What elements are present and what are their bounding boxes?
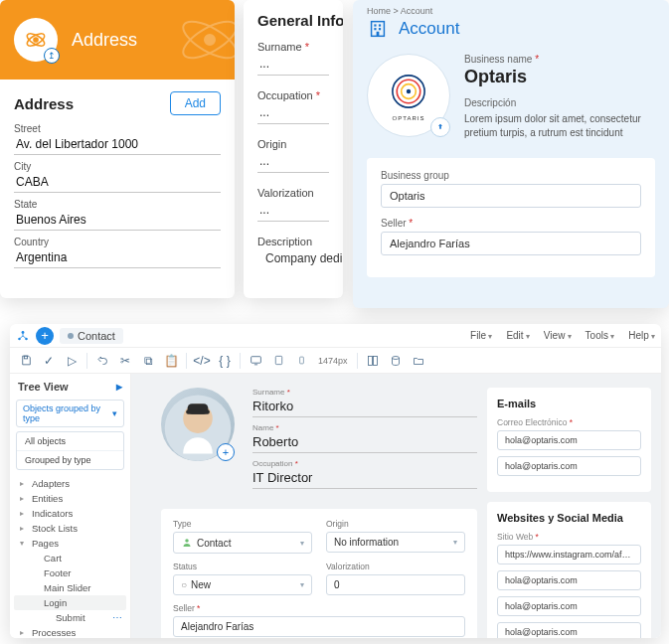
address-header: ↥ Address: [0, 0, 235, 80]
contact-header: + Surname * Ritorko Name * Roberto Occup…: [161, 388, 477, 495]
website-input-3[interactable]: hola@optaris.com: [497, 622, 641, 638]
avatar-add-icon[interactable]: +: [217, 443, 235, 461]
svg-rect-10: [379, 28, 381, 30]
form-seller-input[interactable]: Alejandro Farías: [173, 616, 465, 637]
contact-occupation-value[interactable]: IT Director: [252, 468, 477, 489]
topbar-left: + Contact: [16, 327, 123, 345]
code-icon[interactable]: </>: [192, 351, 212, 371]
city-value[interactable]: CABA: [14, 172, 221, 193]
scope-all[interactable]: All objects: [17, 432, 123, 451]
svg-rect-23: [368, 356, 372, 365]
contact-name-value[interactable]: Roberto: [252, 432, 477, 453]
form-valorization-input[interactable]: 0: [326, 574, 465, 595]
address-header-title: Address: [72, 30, 137, 51]
form-valorization: Valorization 0: [326, 562, 465, 595]
business-group-field: Business group Optaris: [381, 170, 641, 208]
gi-origin-value[interactable]: ...: [257, 150, 329, 173]
chevron-down-icon: ▾: [112, 408, 117, 418]
check-icon[interactable]: ✓: [39, 351, 59, 371]
website-input-0[interactable]: https://www.instagram.com/afarias/: [497, 545, 641, 564]
country-value[interactable]: Argentina: [14, 247, 221, 268]
mobile-icon[interactable]: [291, 351, 311, 371]
menu-tools[interactable]: Tools: [585, 330, 615, 341]
seller-field: Seller * Alejandro Farías: [381, 218, 641, 255]
gi-description-label: Description: [257, 236, 329, 247]
street-value[interactable]: Av. del Libertador 1000: [14, 134, 221, 155]
breadcrumb[interactable]: Home > Account: [353, 0, 669, 18]
run-icon[interactable]: ▷: [62, 351, 82, 371]
tree-entities[interactable]: ▸Entities: [14, 491, 126, 506]
email-input-0[interactable]: hola@optaris.com: [497, 430, 641, 450]
chevron-down-icon: ▾: [300, 539, 304, 548]
gi-occupation-value[interactable]: ...: [257, 101, 329, 124]
form-type-input[interactable]: Contact ▾: [173, 532, 312, 554]
desktop-icon[interactable]: [246, 351, 265, 371]
email-input-1[interactable]: hola@optaris.com: [497, 456, 641, 476]
tree-indicators[interactable]: ▸Indicators: [14, 506, 126, 521]
contact-fields: Surname * Ritorko Name * Roberto Occupat…: [252, 388, 477, 495]
contact-surname-value[interactable]: Ritorko: [252, 397, 477, 417]
zoom-px: 1474px: [318, 356, 348, 366]
tree-pages[interactable]: ▾Pages: [14, 536, 126, 551]
svg-rect-29: [186, 409, 210, 413]
gi-description-value[interactable]: Company dedicated: [257, 247, 329, 269]
paste-icon[interactable]: 📋: [161, 351, 181, 371]
city-field: City CABA: [14, 161, 221, 193]
menu-view[interactable]: View: [544, 330, 572, 341]
cut-icon[interactable]: ✂: [115, 351, 135, 371]
tree-submit[interactable]: Submit⋯: [14, 610, 126, 625]
gi-valorization-value[interactable]: ...: [257, 199, 329, 222]
add-button[interactable]: Add: [170, 91, 221, 115]
state-label: State: [14, 199, 221, 210]
sidebar-scope: All objects Grouped by type: [16, 431, 124, 470]
undo-icon[interactable]: [92, 351, 112, 371]
folder-icon[interactable]: [409, 351, 428, 371]
website-input-1[interactable]: hola@optaris.com: [497, 570, 641, 590]
tree-cart[interactable]: Cart: [14, 551, 126, 565]
db-icon[interactable]: [386, 351, 406, 371]
account-desc-label: Descripción: [464, 97, 655, 108]
scope-grouped[interactable]: Grouped by type: [17, 451, 123, 469]
tree-main-slider[interactable]: Main Slider: [14, 580, 126, 595]
address-card: ↥ Address Address Add Street Av. del Lib…: [0, 0, 235, 298]
sidebar-dropdown[interactable]: Objects grouped by type▾: [16, 400, 124, 427]
city-label: City: [14, 161, 221, 172]
canvas-right: E-mails Correo Electrónico * hola@optari…: [487, 374, 661, 638]
menu-help[interactable]: Help: [628, 330, 655, 341]
gi-surname-value[interactable]: ...: [257, 53, 329, 76]
editor-toolbar: ✓ ▷ ✂ ⧉ 📋 </> { } 1474px: [10, 348, 661, 374]
save-icon[interactable]: [16, 351, 36, 371]
state-value[interactable]: Buenos Aires: [14, 210, 221, 231]
seller-input[interactable]: Alejandro Farías: [381, 232, 641, 255]
new-button[interactable]: +: [36, 327, 54, 345]
svg-point-16: [22, 331, 25, 334]
form-origin: Origin No information▾: [326, 519, 465, 554]
state-field: State Buenos Aires: [14, 199, 221, 231]
svg-point-15: [407, 89, 411, 93]
tree-login[interactable]: Login: [14, 595, 126, 610]
svg-point-25: [392, 356, 399, 359]
braces-icon[interactable]: { }: [215, 351, 235, 371]
menu-file[interactable]: File: [470, 330, 492, 341]
tablet-icon[interactable]: [268, 351, 288, 371]
tree-stock-lists[interactable]: ▸Stock Lists: [14, 521, 126, 536]
website-input-2[interactable]: hola@optaris.com: [497, 596, 641, 616]
tab-dot-icon: [68, 333, 74, 339]
tab-contact[interactable]: Contact: [60, 328, 123, 344]
collapse-icon[interactable]: ▸: [116, 380, 122, 394]
tree-processes[interactable]: ▸Processes: [14, 625, 126, 638]
gi-occupation-label: Occupation *: [257, 89, 329, 101]
tree-adapters[interactable]: ▸Adapters: [14, 476, 126, 491]
form-status: Status ○New▾: [173, 562, 312, 595]
form-status-input[interactable]: ○New▾: [173, 574, 312, 595]
chevron-down-icon: ▾: [300, 580, 304, 589]
menu-edit[interactable]: Edit: [506, 330, 529, 341]
account-main: OPTARIS Business name * Optaris Descripc…: [353, 50, 669, 144]
upload-icon[interactable]: ↥: [44, 48, 60, 64]
copy-icon[interactable]: ⧉: [138, 351, 158, 371]
tree-footer[interactable]: Footer: [14, 565, 126, 580]
form-origin-input[interactable]: No information▾: [326, 532, 465, 553]
upload-icon[interactable]: [430, 117, 450, 137]
layout-icon[interactable]: [363, 351, 383, 371]
business-group-input[interactable]: Optaris: [381, 184, 641, 208]
